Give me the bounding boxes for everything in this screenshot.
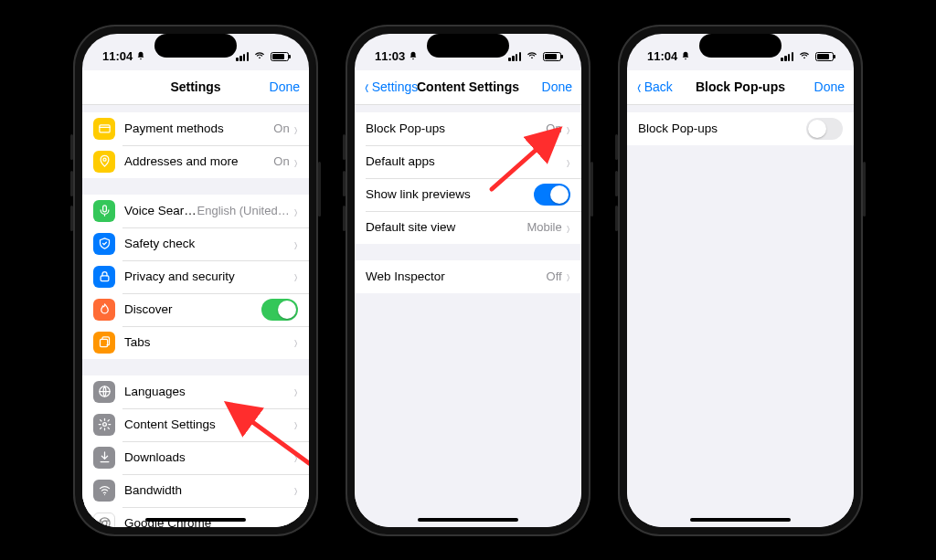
- bandwidth-icon: [93, 480, 115, 502]
- row-label: Default apps: [366, 154, 566, 168]
- content-area: Block Pop-upsOn›Default apps›Show link p…: [355, 105, 581, 527]
- signal-icon: [781, 52, 793, 61]
- row-label: Block Pop-ups: [638, 122, 806, 135]
- row-label: Payment methods: [124, 122, 273, 135]
- phone-2: 11:03 ‹ Settings Content Settings Done B…: [346, 25, 590, 536]
- chevron-right-icon: ›: [293, 266, 297, 287]
- toggle-switch[interactable]: [806, 118, 843, 140]
- row-label: Safety check: [124, 237, 293, 250]
- wifi-icon: [253, 50, 266, 63]
- toggle-switch[interactable]: [261, 299, 298, 321]
- chevron-right-icon: ›: [566, 118, 569, 139]
- done-button[interactable]: Done: [526, 79, 572, 94]
- chevron-left-icon: ‹: [637, 77, 641, 97]
- content-group-2: Web InspectorOff›: [355, 260, 581, 293]
- navbar: Settings Done: [82, 70, 309, 105]
- safety-check-icon: [93, 233, 115, 255]
- svg-rect-2: [102, 206, 106, 212]
- discover-icon: [93, 299, 115, 321]
- row-detail: On: [273, 122, 289, 135]
- back-label: Settings: [372, 79, 419, 94]
- row-block-pop-ups[interactable]: Block Pop-ups: [627, 112, 854, 145]
- row-default-apps[interactable]: Default apps›: [355, 145, 581, 178]
- alarm-icon: [409, 51, 418, 62]
- tabs-icon: [93, 332, 115, 354]
- voice-search-icon: [93, 200, 115, 222]
- navbar: ‹ Settings Content Settings Done: [355, 70, 581, 105]
- row-detail: On: [546, 122, 561, 135]
- status-time: 11:03: [375, 49, 405, 63]
- home-indicator[interactable]: [145, 518, 246, 522]
- chevron-right-icon: ›: [293, 512, 297, 527]
- row-content-settings[interactable]: Content Settings›: [82, 408, 309, 441]
- done-button[interactable]: Done: [799, 79, 845, 94]
- chevron-left-icon: ‹: [365, 77, 368, 97]
- phone-3: 11:04 ‹ Back Block Pop-ups Done Block Po…: [618, 25, 863, 536]
- chevron-right-icon: ›: [566, 217, 569, 238]
- row-privacy-and-security[interactable]: Privacy and security›: [82, 260, 309, 293]
- signal-icon: [236, 52, 249, 61]
- privacy-icon: [93, 266, 115, 288]
- row-safety-check[interactable]: Safety check›: [82, 227, 309, 260]
- block-popups-group: Block Pop-ups: [627, 112, 854, 145]
- row-payment-methods[interactable]: Payment methodsOn›: [82, 112, 309, 145]
- chevron-right-icon: ›: [293, 381, 297, 402]
- back-button[interactable]: ‹ Settings: [364, 78, 418, 96]
- chevron-right-icon: ›: [566, 151, 569, 172]
- row-label: Content Settings: [124, 417, 293, 431]
- home-indicator[interactable]: [418, 518, 518, 522]
- row-languages[interactable]: Languages›: [82, 375, 309, 408]
- settings-group-2: Voice SearchEnglish (United…›Safety chec…: [82, 195, 309, 359]
- row-discover[interactable]: Discover: [82, 293, 309, 326]
- dynamic-island: [427, 34, 509, 58]
- svg-rect-3: [101, 276, 109, 281]
- battery-icon: [543, 52, 561, 61]
- row-label: Default site view: [366, 220, 526, 234]
- row-downloads[interactable]: Downloads›: [82, 441, 309, 474]
- settings-group-3: Languages›Content Settings›Downloads›Ban…: [82, 375, 309, 527]
- row-label: Addresses and more: [124, 154, 273, 168]
- status-time: 11:04: [102, 49, 133, 63]
- svg-rect-0: [99, 125, 109, 132]
- row-voice-search[interactable]: Voice SearchEnglish (United…›: [82, 195, 309, 227]
- svg-point-1: [102, 158, 105, 161]
- row-label: Bandwidth: [124, 483, 293, 497]
- dynamic-island: [699, 34, 782, 58]
- address-icon: [93, 151, 115, 173]
- chevron-right-icon: ›: [293, 332, 297, 353]
- toggle-switch[interactable]: [534, 184, 570, 206]
- done-button[interactable]: Done: [254, 79, 300, 94]
- battery-icon: [815, 52, 834, 61]
- row-label: Show link previews: [366, 187, 534, 201]
- svg-rect-4: [100, 339, 107, 346]
- row-tabs[interactable]: Tabs›: [82, 326, 309, 359]
- chrome-icon: [93, 512, 115, 527]
- row-google-chrome[interactable]: Google Chrome›: [82, 507, 309, 527]
- back-button[interactable]: ‹ Back: [636, 78, 682, 96]
- languages-icon: [93, 381, 115, 403]
- screen-3: 11:04 ‹ Back Block Pop-ups Done Block Po…: [627, 34, 854, 527]
- row-bandwidth[interactable]: Bandwidth›: [82, 474, 309, 507]
- wifi-icon: [798, 50, 811, 63]
- row-detail: Off: [547, 269, 562, 283]
- row-web-inspector[interactable]: Web InspectorOff›: [355, 260, 581, 293]
- row-addresses-and-more[interactable]: Addresses and moreOn›: [82, 145, 309, 178]
- signal-icon: [508, 52, 521, 61]
- home-indicator[interactable]: [690, 518, 791, 522]
- row-default-site-view[interactable]: Default site viewMobile›: [355, 211, 581, 244]
- row-label: Privacy and security: [124, 269, 293, 283]
- row-show-link-previews[interactable]: Show link previews: [355, 178, 581, 211]
- content-area: Block Pop-ups: [627, 105, 854, 527]
- battery-icon: [271, 52, 289, 61]
- dynamic-island: [154, 34, 237, 58]
- settings-group-1: Payment methodsOn›Addresses and moreOn›: [82, 112, 309, 178]
- screen-1: 11:04 Settings Done Payment methodsOn›Ad…: [82, 34, 309, 527]
- alarm-icon: [136, 51, 145, 62]
- phone-1: 11:04 Settings Done Payment methodsOn›Ad…: [73, 25, 318, 536]
- chevron-right-icon: ›: [293, 480, 297, 501]
- navbar: ‹ Back Block Pop-ups Done: [627, 70, 854, 105]
- row-block-pop-ups[interactable]: Block Pop-upsOn›: [355, 112, 581, 145]
- row-detail: On: [273, 154, 289, 168]
- chevron-right-icon: ›: [566, 266, 569, 287]
- content-area: Payment methodsOn›Addresses and moreOn› …: [82, 105, 309, 527]
